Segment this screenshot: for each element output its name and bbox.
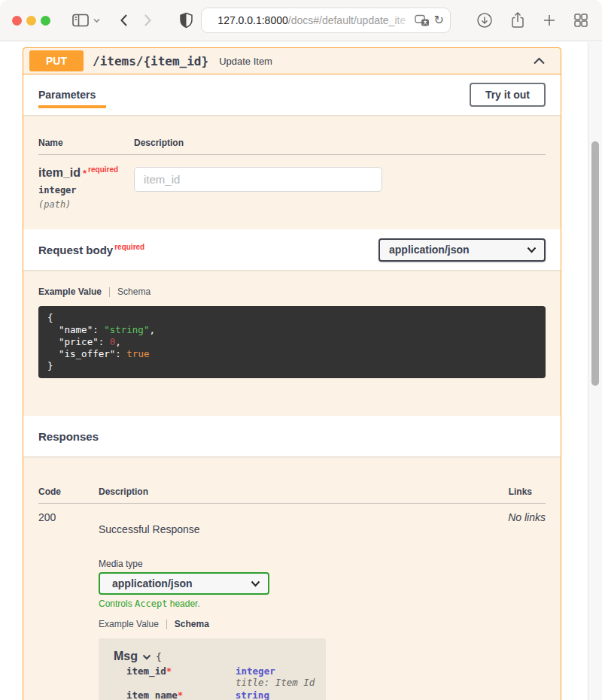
property-title: title: Item Id [236, 677, 315, 688]
back-icon[interactable] [119, 13, 129, 28]
response-content-type-value: application/json [112, 577, 193, 589]
sidebar-toggle-icon[interactable] [71, 13, 90, 28]
request-body-title: Request body [38, 244, 113, 256]
scrollbar-track[interactable] [588, 42, 602, 700]
url-host: 127.0.0.1:8000 [217, 14, 287, 26]
swagger-page: PUT /items/{item_id} Update Item Paramet… [0, 42, 602, 700]
responses-header: Responses [23, 416, 561, 456]
toolbar-actions [476, 11, 588, 29]
chevron-down-icon [527, 247, 537, 253]
response-row: 200 Successful Response Media type appli… [38, 504, 546, 700]
parameters-table: Name Description item_id*required intege… [23, 115, 561, 229]
sidebar-chevron-down-icon[interactable] [93, 17, 101, 23]
request-content-type-select[interactable]: application/json [379, 238, 546, 262]
column-links: Links [485, 486, 546, 497]
code-line: "is_offer": true [59, 348, 537, 360]
response-links: No links [485, 511, 546, 700]
code-line: "name": "string", [59, 324, 537, 336]
tab-overview-icon[interactable] [573, 13, 588, 28]
column-name: Name [38, 138, 134, 148]
try-it-out-button[interactable]: Try it out [470, 83, 546, 107]
tab-parameters[interactable]: Parameters [38, 74, 106, 115]
minimize-window-button[interactable] [26, 16, 36, 26]
tab-example-value[interactable]: Example Value [38, 286, 102, 297]
schema-property-row: item_id* integer title: Item Id [126, 666, 326, 688]
column-description: Description [134, 138, 546, 148]
operation-summary[interactable]: PUT /items/{item_id} Update Item [23, 48, 561, 74]
zoom-window-button[interactable] [41, 16, 50, 26]
tab-divider [109, 287, 110, 297]
collapse-chevron-up-icon[interactable] [533, 56, 546, 65]
scrollbar-thumb[interactable] [591, 141, 599, 386]
endpoint-summary: Update Item [219, 56, 272, 67]
param-type: integer [38, 185, 134, 195]
request-body-header: Request bodyrequired application/json [23, 229, 561, 270]
new-tab-icon[interactable] [543, 14, 556, 27]
column-description: Description [99, 486, 485, 497]
reload-icon[interactable]: ↻ [434, 14, 444, 26]
code-line: } [47, 360, 537, 372]
model-chevron-down-icon[interactable] [142, 654, 151, 660]
responses-table-header: Code Description Links [38, 479, 546, 504]
url-fade [389, 14, 415, 26]
column-code: Code [38, 486, 99, 497]
body-tabs: Example Value Schema [38, 286, 546, 297]
param-name: item_id [38, 166, 81, 179]
url-text: 127.0.0.1:8000/docs#/default/update_ite [209, 14, 415, 26]
request-content-type-value: application/json [389, 244, 470, 256]
chevron-down-icon [251, 580, 260, 587]
responses-table: Code Description Links 200 Successful Re… [23, 456, 561, 700]
parameter-row: item_id*required integer (path) [38, 155, 546, 210]
forward-icon[interactable] [143, 13, 153, 28]
request-body-example: Example Value Schema { "name": "string",… [23, 270, 561, 416]
schema-property-row: item_name* string title: Item Name [126, 690, 326, 700]
response-code: 200 [38, 511, 99, 700]
property-required-star: * [178, 689, 184, 700]
translate-icon[interactable] [415, 14, 430, 27]
parameters-table-header: Name Description [38, 130, 546, 155]
model-open-brace: { [156, 651, 162, 662]
responses-title: Responses [38, 430, 99, 443]
address-bar[interactable]: 127.0.0.1:8000/docs#/default/update_ite … [201, 8, 451, 33]
property-type: string [236, 690, 326, 700]
code-line: { [47, 312, 537, 324]
tab-schema[interactable]: Schema [117, 286, 150, 297]
param-location: (path) [38, 199, 134, 210]
property-name: item_name [126, 689, 178, 700]
method-badge: PUT [29, 50, 84, 71]
downloads-icon[interactable] [476, 12, 493, 29]
browser-window: 127.0.0.1:8000/docs#/default/update_ite … [0, 0, 602, 700]
share-icon[interactable] [510, 11, 525, 29]
opblock-put: PUT /items/{item_id} Update Item Paramet… [23, 47, 561, 700]
item-id-input[interactable] [134, 167, 382, 192]
param-required-star: * [83, 168, 87, 179]
tab-divider [166, 620, 167, 629]
parameters-header: Parameters Try it out [23, 74, 561, 115]
parameters-title: Parameters [38, 89, 96, 101]
schema-model-box: Msg { item_id* [99, 638, 326, 700]
browser-toolbar: 127.0.0.1:8000/docs#/default/update_ite … [0, 0, 602, 41]
code-line: "price": 0, [59, 336, 537, 348]
request-body-required: required [114, 243, 144, 251]
tab-example-value[interactable]: Example Value [99, 619, 159, 629]
media-type-label: Media type [99, 559, 485, 569]
model-name: Msg [114, 650, 138, 663]
property-required-star: * [166, 665, 172, 677]
property-type: integer [236, 666, 315, 677]
close-window-button[interactable] [12, 16, 22, 26]
accept-header-note: Controls Accept header. [99, 598, 485, 609]
response-description: Successful Response [99, 523, 485, 535]
property-name: item_id [126, 665, 166, 677]
endpoint-path: /items/{item_id} [93, 54, 208, 68]
tab-schema[interactable]: Schema [175, 619, 209, 629]
response-content-type-select[interactable]: application/json [99, 572, 269, 595]
traffic-lights [12, 16, 50, 26]
shield-icon[interactable] [179, 12, 193, 29]
example-code-block[interactable]: { "name": "string", "price": 0, "is_offe… [38, 306, 546, 378]
param-required-label: required [88, 165, 118, 174]
response-tabs: Example Value Schema [99, 619, 485, 629]
